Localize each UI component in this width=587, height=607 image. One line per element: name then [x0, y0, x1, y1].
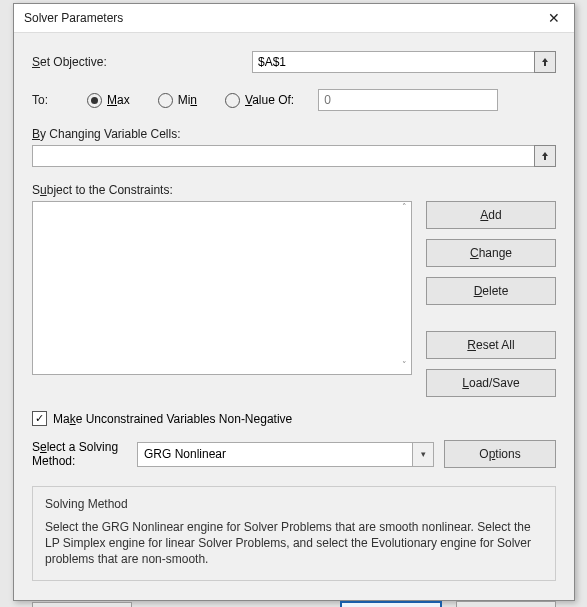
value-of-input[interactable] [318, 89, 498, 111]
scrollbar[interactable]: ˄ ˅ [397, 202, 411, 374]
help-button[interactable]: Help [32, 602, 132, 607]
constraints-listbox[interactable]: ˄ ˅ [32, 201, 412, 375]
set-objective-label: Set Objective: [32, 55, 152, 69]
scroll-down-icon: ˅ [397, 360, 411, 374]
radio-min[interactable]: Min [158, 93, 197, 108]
set-objective-input[interactable] [252, 51, 535, 73]
solver-parameters-dialog: Solver Parameters ✕ Set Objective: To: M… [13, 3, 575, 601]
delete-button[interactable]: Delete [426, 277, 556, 305]
radio-max-label: Max [107, 93, 130, 107]
radio-icon [225, 93, 240, 108]
radio-value-of-label: Value Of: [245, 93, 294, 107]
close-icon[interactable]: ✕ [534, 4, 574, 32]
radio-icon [87, 93, 102, 108]
info-body: Select the GRG Nonlinear engine for Solv… [45, 519, 543, 568]
radio-value-of[interactable]: Value Of: [225, 93, 294, 108]
radio-max[interactable]: Max [87, 93, 130, 108]
load-save-button[interactable]: Load/Save [426, 369, 556, 397]
changing-cells-input[interactable] [32, 145, 535, 167]
to-label: To: [32, 93, 87, 107]
solving-method-label: Select a Solving Method: [32, 440, 127, 468]
changing-cells-ref-picker-icon[interactable] [534, 145, 556, 167]
solving-method-value: GRG Nonlinear [144, 447, 226, 461]
non-negative-label: Make Unconstrained Variables Non-Negativ… [53, 412, 292, 426]
close-button[interactable]: Close [456, 601, 556, 607]
objective-ref-picker-icon[interactable] [534, 51, 556, 73]
checkmark-icon: ✓ [32, 411, 47, 426]
titlebar: Solver Parameters ✕ [14, 4, 574, 33]
change-button[interactable]: Change [426, 239, 556, 267]
reset-all-button[interactable]: Reset All [426, 331, 556, 359]
dialog-title: Solver Parameters [24, 11, 123, 25]
radio-icon [158, 93, 173, 108]
options-button[interactable]: Options [444, 440, 556, 468]
solving-method-info: Solving Method Select the GRG Nonlinear … [32, 486, 556, 581]
radio-min-label: Min [178, 93, 197, 107]
solve-button[interactable]: Solve [340, 601, 442, 607]
info-title: Solving Method [45, 497, 543, 511]
add-button[interactable]: Add [426, 201, 556, 229]
chevron-down-icon: ▾ [413, 442, 434, 467]
changing-cells-label: By Changing Variable Cells: [32, 127, 556, 141]
non-negative-checkbox[interactable]: ✓ Make Unconstrained Variables Non-Negat… [32, 411, 556, 426]
constraints-label: Subject to the Constraints: [32, 183, 556, 197]
solving-method-select[interactable]: GRG Nonlinear ▾ [137, 442, 434, 467]
scroll-up-icon: ˄ [397, 202, 411, 216]
